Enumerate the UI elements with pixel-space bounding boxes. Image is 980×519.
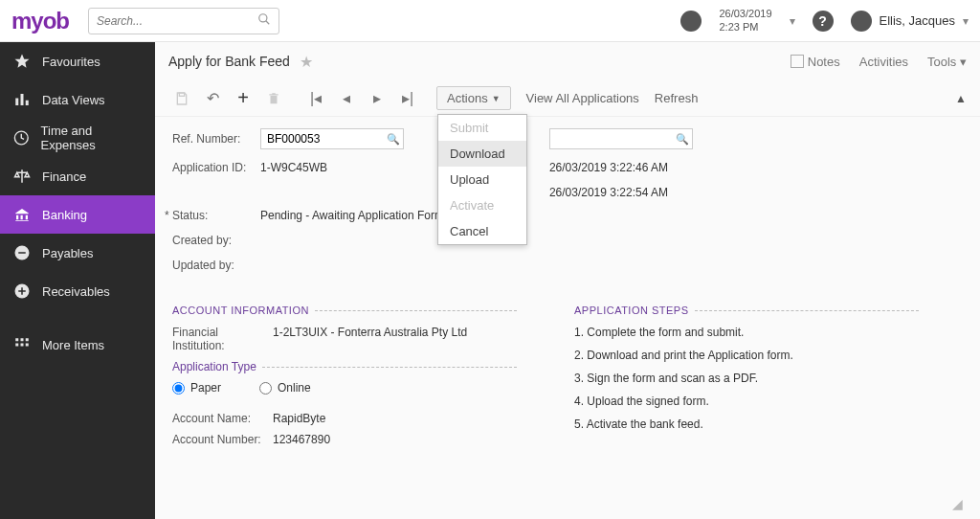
sidebar-label: Banking [42, 208, 87, 222]
first-icon[interactable]: |◂ [302, 85, 329, 112]
view-all-link[interactable]: View All Applications [526, 91, 639, 105]
created-by-label: Created by: [172, 234, 260, 247]
svg-rect-2 [15, 99, 18, 106]
dropdown-activate: Activate [438, 192, 526, 218]
ref-number-input[interactable] [260, 128, 404, 149]
dropdown-cancel[interactable]: Cancel [438, 218, 526, 244]
svg-rect-3 [21, 94, 24, 105]
user-menu[interactable]: Ellis, Jacques ▾ [851, 11, 969, 32]
chevron-down-icon[interactable]: ▾ [963, 14, 969, 28]
sidebar-label: Time and Expenses [41, 124, 142, 152]
updated-by-label: Updated by: [172, 259, 260, 272]
add-icon[interactable]: + [230, 85, 256, 112]
right-lookup-input[interactable] [549, 128, 693, 149]
account-name-label: Account Name: [172, 412, 273, 425]
radio-online-label: Online [278, 381, 311, 395]
ref-number-label: Ref. Number: [172, 132, 260, 146]
svg-point-0 [259, 14, 267, 22]
svg-rect-16 [26, 344, 29, 347]
toolbar: ↶ + |◂ ◂ ▸ ▸| Actions ▼ Submit Download [155, 80, 980, 117]
logo: myob [11, 8, 69, 34]
radio-paper-label: Paper [190, 381, 221, 395]
application-type-header: Application Type [172, 360, 517, 373]
sidebar-item-data-views[interactable]: Data Views [0, 80, 155, 119]
tools-label: Tools [927, 55, 956, 69]
search-wrap[interactable] [88, 8, 279, 34]
activities-link[interactable]: Activities [859, 55, 908, 69]
bank-icon [13, 206, 31, 223]
status-value: Pending - Awaiting Application Form [260, 209, 444, 222]
last-icon[interactable]: ▸| [394, 85, 421, 112]
favourite-star-icon[interactable]: ★ [300, 53, 313, 71]
status-label: Status: [172, 209, 260, 222]
sidebar-item-receivables[interactable]: Receivables [0, 272, 155, 310]
sidebar-item-payables[interactable]: Payables [0, 234, 155, 272]
page-title: Apply for Bank Feed [168, 54, 290, 69]
date: 26/03/2019 [719, 8, 771, 20]
right-lookup-wrap: 🔍 [549, 128, 693, 149]
timestamp-1: 26/03/2019 3:22:46 AM [549, 161, 668, 174]
user-name: Ellis, Jacques [880, 13, 955, 28]
sidebar-label: Data Views [42, 93, 105, 107]
radio-paper-input[interactable] [172, 382, 185, 395]
caret-down-icon: ▼ [492, 94, 501, 103]
sidebar-item-banking[interactable]: Banking [0, 195, 155, 234]
application-type-text: Application Type [172, 360, 256, 373]
svg-rect-11 [15, 338, 18, 341]
radio-paper[interactable]: Paper [172, 381, 221, 395]
form-area: Ref. Number: 🔍 Application ID: 1-W9C45WB… [155, 117, 980, 519]
prev-icon[interactable]: ◂ [333, 85, 360, 112]
steps-header-text: APPLICATION STEPS [574, 305, 689, 316]
scale-icon [13, 168, 31, 185]
svg-rect-15 [21, 344, 24, 347]
plus-circle-icon [13, 282, 31, 300]
star-icon [13, 53, 31, 70]
step-3: 3. Sign the form and scan as a PDF. [574, 372, 919, 385]
main: Apply for Bank Feed ★ Notes Activities T… [155, 42, 980, 519]
search-input[interactable] [97, 14, 257, 28]
sidebar-item-favourites[interactable]: Favourites [0, 42, 155, 80]
svg-line-1 [266, 21, 270, 25]
lookup-icon[interactable]: 🔍 [676, 133, 689, 146]
next-icon[interactable]: ▸ [364, 85, 390, 112]
account-name-value: RapidByte [273, 412, 325, 425]
note-icon [791, 55, 804, 68]
save-icon[interactable] [168, 85, 195, 112]
sidebar-item-more[interactable]: More Items [0, 326, 155, 364]
refresh-link[interactable]: Refresh [655, 91, 699, 105]
lookup-icon[interactable]: 🔍 [387, 133, 400, 146]
svg-rect-12 [21, 338, 24, 341]
sidebar-item-time-expenses[interactable]: Time and Expenses [0, 119, 155, 157]
timestamp-2: 26/03/2019 3:22:54 AM [549, 186, 668, 199]
actions-dropdown: Submit Download Upload Activate Cancel [437, 114, 527, 245]
minus-circle-icon [13, 244, 31, 261]
step-5: 5. Activate the bank feed. [574, 417, 919, 431]
sidebar-label: More Items [42, 338, 104, 352]
delete-icon[interactable] [260, 85, 287, 112]
account-info-header: ACCOUNT INFORMATION [172, 305, 517, 316]
chevron-down-icon[interactable]: ▾ [790, 14, 795, 28]
notes-link[interactable]: Notes [791, 55, 840, 69]
svg-rect-14 [15, 344, 18, 347]
collapse-icon[interactable]: ▲ [955, 92, 967, 105]
sidebar: Favourites Data Views Time and Expenses … [0, 42, 155, 519]
account-info-header-text: ACCOUNT INFORMATION [172, 305, 309, 316]
search-icon[interactable] [257, 12, 271, 29]
dropdown-submit: Submit [438, 115, 526, 141]
svg-rect-13 [26, 338, 29, 341]
dropdown-download[interactable]: Download [438, 141, 526, 167]
help-icon[interactable]: ? [813, 11, 834, 32]
tools-link[interactable]: Tools ▾ [927, 55, 967, 69]
time: 2:23 PM [719, 21, 771, 34]
actions-button[interactable]: Actions ▼ Submit Download Upload Activat… [436, 86, 511, 110]
radio-online[interactable]: Online [259, 381, 311, 395]
undo-icon[interactable]: ↶ [199, 85, 226, 112]
company-icon[interactable] [680, 11, 702, 32]
svg-rect-4 [26, 101, 29, 105]
step-2: 2. Download and print the Application fo… [574, 349, 919, 362]
radio-online-input[interactable] [259, 382, 272, 395]
steps-header: APPLICATION STEPS [574, 305, 919, 316]
resize-handle-icon[interactable]: ◢ [952, 496, 963, 511]
sidebar-item-finance[interactable]: Finance [0, 157, 155, 195]
dropdown-upload[interactable]: Upload [438, 167, 526, 192]
